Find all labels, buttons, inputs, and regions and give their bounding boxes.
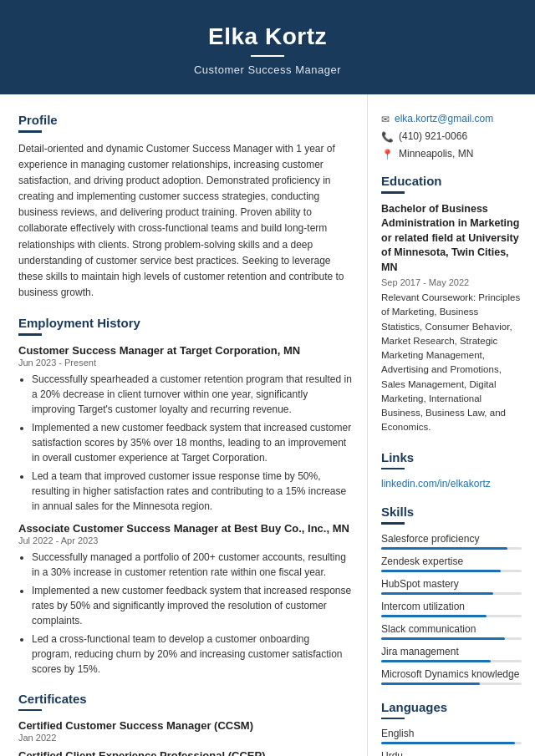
education-section: Education Bachelor of Business Administr…	[381, 174, 522, 435]
job-2-bullet-2: Implemented a new customer feedback syst…	[32, 583, 352, 628]
edu-degree: Bachelor of Business Administration in M…	[381, 202, 522, 276]
cert-2-title: Certified Client Experience Professional…	[18, 749, 352, 756]
cert-1-date: Jan 2022	[18, 733, 352, 743]
job-1-dates: Jun 2023 - Present	[18, 358, 352, 368]
cert-1-title: Certified Customer Success Manager (CCSM…	[18, 719, 352, 732]
cert-1: Certified Customer Success Manager (CCSM…	[18, 719, 352, 743]
skill-name-3: Intercom utilization	[381, 601, 522, 612]
employment-section: Employment History Customer Success Mana…	[18, 316, 352, 677]
job-2-bullets: Successfully managed a portfolio of 200+…	[18, 550, 352, 677]
linkedin-link[interactable]: linkedin.com/in/elkakortz	[381, 478, 522, 490]
skill-bar-fill-0	[381, 547, 507, 550]
skill-item-1: Zendesk expertise	[381, 556, 522, 572]
skill-item-4: Slack communication	[381, 623, 522, 640]
email-icon: ✉	[381, 114, 390, 125]
profile-text: Detail-oriented and dynamic Customer Suc…	[18, 141, 352, 302]
right-column: ✉ elka.kortz@gmail.com 📞 (410) 921-0066 …	[368, 94, 535, 756]
profile-title: Profile	[18, 113, 352, 127]
profile-section: Profile Detail-oriented and dynamic Cust…	[18, 113, 352, 301]
links-section: Links linkedin.com/in/elkakortz	[381, 450, 522, 490]
skill-bar-fill-1	[381, 570, 501, 572]
job-2-bullet-1: Successfully managed a portfolio of 200+…	[32, 550, 352, 580]
skill-bar-fill-2	[381, 592, 493, 595]
job-1-bullet-3: Led a team that improved customer issue …	[32, 469, 352, 514]
left-column: Profile Detail-oriented and dynamic Cust…	[0, 94, 368, 756]
edu-dates: Sep 2017 - May 2022	[381, 277, 522, 287]
languages-underline	[381, 718, 405, 720]
job-1-title: Customer Success Manager at Target Corpo…	[18, 344, 352, 357]
certificates-section: Certificates Certified Customer Success …	[18, 692, 352, 756]
job-2-bullet-3: Led a cross-functional team to develop a…	[32, 632, 352, 677]
skill-name-0: Salesforce proficiency	[381, 533, 522, 545]
skill-item-0: Salesforce proficiency	[381, 533, 522, 550]
skill-item-5: Jira management	[381, 646, 522, 662]
skill-bar-bg-3	[381, 615, 522, 617]
email-link[interactable]: elka.kortz@gmail.com	[395, 113, 493, 124]
skills-list: Salesforce proficiency Zendesk expertise…	[381, 533, 522, 685]
lang-name-1: Urdu	[381, 750, 522, 756]
skill-bar-fill-4	[381, 637, 505, 640]
skill-item-2: HubSpot mastery	[381, 578, 522, 595]
skill-bar-bg-4	[381, 637, 522, 640]
skill-bar-fill-5	[381, 660, 491, 662]
candidate-title: Customer Success Manager	[17, 63, 518, 76]
contact-section: ✉ elka.kortz@gmail.com 📞 (410) 921-0066 …	[381, 113, 522, 160]
links-underline	[381, 468, 405, 470]
resume-body: Profile Detail-oriented and dynamic Cust…	[0, 94, 535, 756]
skill-bar-fill-6	[381, 682, 480, 685]
skill-item-6: Microsoft Dynamics knowledge	[381, 668, 522, 685]
lang-name-0: English	[381, 728, 522, 739]
skill-bar-bg-2	[381, 592, 522, 595]
job-2-dates: Jul 2022 - Apr 2023	[18, 535, 352, 545]
job-1-bullets: Successfully spearheaded a customer rete…	[18, 372, 352, 514]
education-underline	[381, 191, 405, 194]
contact-phone-item: 📞 (410) 921-0066	[381, 130, 522, 143]
skill-bar-bg-0	[381, 547, 522, 550]
skills-section: Skills Salesforce proficiency Zendesk ex…	[381, 505, 522, 685]
employment-title: Employment History	[18, 316, 352, 330]
phone-icon: 📞	[381, 131, 394, 143]
contact-location-item: 📍 Minneapolis, MN	[381, 148, 522, 160]
job-2-title: Associate Customer Success Manager at Be…	[18, 522, 352, 535]
skills-title: Skills	[381, 505, 522, 519]
job-1-bullet-2: Implemented a new customer feedback syst…	[32, 420, 352, 465]
contact-email-item: ✉ elka.kortz@gmail.com	[381, 113, 522, 125]
languages-section: Languages English Urdu	[381, 700, 522, 757]
skill-item-3: Intercom utilization	[381, 601, 522, 617]
languages-list: English Urdu	[381, 728, 522, 756]
skill-bar-bg-6	[381, 682, 522, 685]
lang-bar-fill-0	[381, 742, 515, 744]
location-icon: 📍	[381, 149, 394, 160]
lang-item-0: English	[381, 728, 522, 744]
job-1-bullet-1: Successfully spearheaded a customer rete…	[32, 372, 352, 417]
languages-title: Languages	[381, 700, 522, 714]
employment-underline	[18, 333, 42, 336]
resume-header: Elka Kortz Customer Success Manager	[0, 0, 535, 94]
header-divider	[251, 55, 284, 57]
candidate-name: Elka Kortz	[17, 23, 518, 50]
edu-coursework: Relevant Coursework: Principles of Marke…	[381, 291, 522, 435]
skills-underline	[381, 522, 405, 525]
certificates-title: Certificates	[18, 692, 352, 706]
lang-item-1: Urdu	[381, 750, 522, 756]
contact-phone: (410) 921-0066	[399, 130, 467, 142]
lang-bar-bg-0	[381, 742, 522, 744]
skill-name-2: HubSpot mastery	[381, 578, 522, 590]
cert-2: Certified Client Experience Professional…	[18, 749, 352, 756]
skill-name-1: Zendesk expertise	[381, 556, 522, 567]
contact-location: Minneapolis, MN	[399, 148, 473, 160]
skill-bar-fill-3	[381, 615, 487, 617]
coursework-label: Relevant Coursework:	[381, 292, 476, 302]
skill-bar-bg-1	[381, 570, 522, 572]
job-1: Customer Success Manager at Target Corpo…	[18, 344, 352, 514]
resume-container: Elka Kortz Customer Success Manager Prof…	[0, 0, 535, 756]
certificates-underline	[18, 709, 42, 712]
job-2: Associate Customer Success Manager at Be…	[18, 522, 352, 677]
skill-name-5: Jira management	[381, 646, 522, 657]
skill-name-6: Microsoft Dynamics knowledge	[381, 668, 522, 680]
profile-underline	[18, 130, 42, 133]
coursework-text: Principles of Marketing, Business Statis…	[381, 292, 520, 432]
education-title: Education	[381, 174, 522, 188]
links-title: Links	[381, 450, 522, 464]
skill-name-4: Slack communication	[381, 623, 522, 635]
